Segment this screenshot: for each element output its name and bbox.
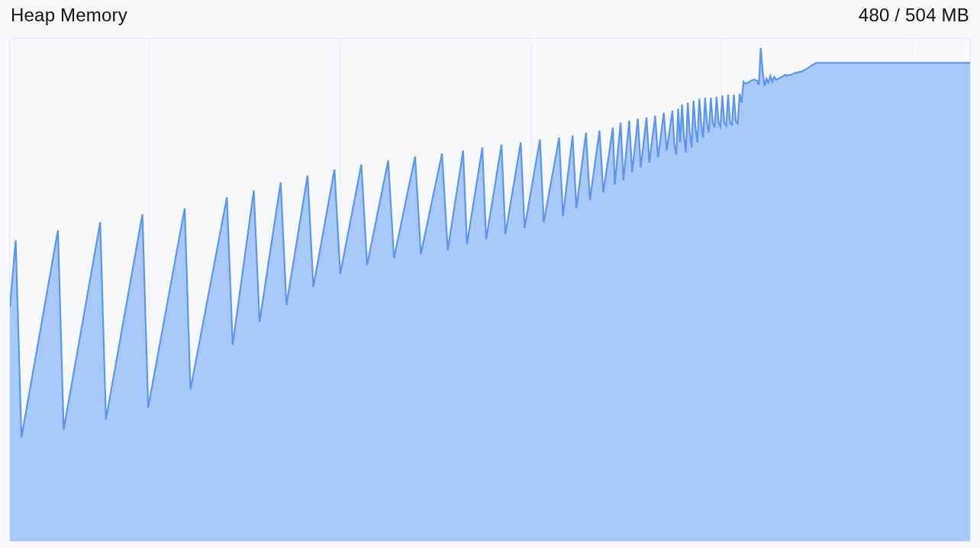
heap-usage-readout: 480 / 504 MB xyxy=(859,5,969,26)
panel-title: Heap Memory xyxy=(11,5,127,26)
heap-chart xyxy=(9,38,971,542)
heap-memory-panel: Heap Memory 480 / 504 MB xyxy=(0,0,980,548)
heap-chart-svg xyxy=(10,39,970,541)
panel-header: Heap Memory 480 / 504 MB xyxy=(0,0,980,34)
